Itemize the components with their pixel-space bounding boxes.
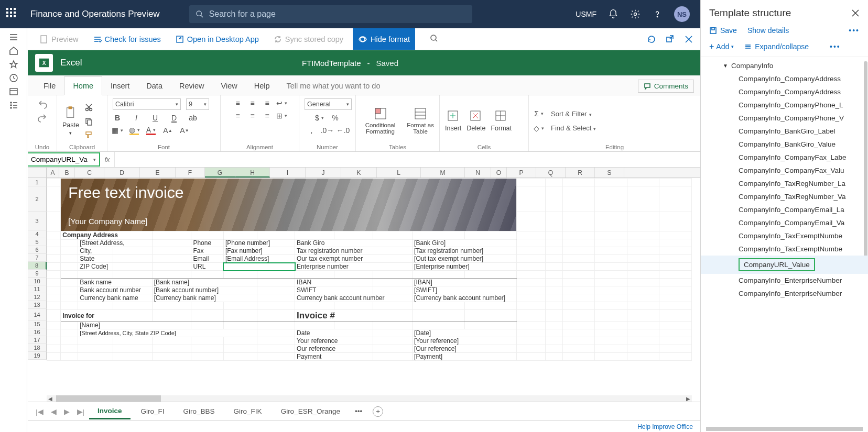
row-header-7[interactable]: 7 (28, 254, 47, 262)
excel-file-name[interactable]: FTIModTemplate (302, 59, 361, 68)
align-right-icon[interactable]: ≡ (263, 111, 272, 120)
avatar[interactable]: NS (674, 6, 690, 22)
hide-format-button[interactable]: Hide format (353, 28, 415, 50)
col-header-O[interactable]: O (491, 168, 507, 178)
inc-decimal-icon[interactable]: .0→ (323, 126, 332, 135)
hamburger-icon[interactable] (9, 32, 18, 44)
fill-color-icon[interactable]: ◍ (129, 126, 139, 135)
comma-icon[interactable]: , (307, 126, 317, 135)
menu-home[interactable]: Home (64, 76, 102, 95)
row-header-8[interactable]: 8 (28, 262, 47, 270)
spreadsheet-grid[interactable]: ABCDEFGHIJKLMNOPQRS 12345678910111213141… (28, 168, 700, 402)
tree-item[interactable]: CompanyInfo_EnterpriseNumber (701, 287, 868, 300)
align-center-icon[interactable]: ≡ (248, 111, 257, 120)
open-desktop-button[interactable]: Open in Desktop App (170, 28, 264, 50)
paste-button[interactable]: Paste▾ (62, 106, 79, 136)
col-header-L[interactable]: L (377, 168, 421, 178)
cells-insert-button[interactable]: Insert (445, 109, 461, 132)
name-box[interactable]: CompanyURL_Va▾ (28, 152, 100, 167)
sheet-nav-prev[interactable]: ◀ (48, 407, 59, 416)
formula-input[interactable] (115, 152, 700, 167)
col-header-K[interactable]: K (341, 168, 377, 178)
col-header-F[interactable]: F (176, 168, 205, 178)
bold-icon[interactable]: B (113, 113, 122, 123)
cells-format-button[interactable]: Format (491, 109, 512, 132)
menu-view[interactable]: View (213, 77, 246, 95)
strike-icon[interactable]: ab (188, 113, 198, 123)
conditional-formatting-button[interactable]: Conditional Formatting (361, 107, 399, 135)
tree-item[interactable]: CompanyInfo_CompanyAddress (701, 72, 868, 85)
align-left-icon[interactable]: ≡ (233, 111, 243, 120)
col-header-I[interactable]: I (270, 168, 306, 178)
currency-icon[interactable]: $ (315, 113, 324, 123)
row-header-1[interactable]: 1 (28, 178, 47, 186)
sheet-tabs-more[interactable]: ••• (355, 407, 362, 415)
font-shrink-icon[interactable]: A▼ (180, 126, 189, 135)
more-icon[interactable]: ••• (849, 26, 860, 35)
gear-icon[interactable] (630, 9, 641, 19)
tree-item[interactable]: CompanyInfo_CompanyPhone_V (701, 112, 868, 125)
row-header-2[interactable]: 2 (28, 186, 47, 212)
undo-icon[interactable] (37, 98, 48, 109)
bell-icon[interactable] (608, 9, 619, 19)
double-underline-icon[interactable]: D (169, 113, 179, 123)
search-box[interactable]: Search for a page (189, 5, 472, 23)
autosum-icon[interactable]: Σ (534, 109, 544, 118)
workspace-icon[interactable] (9, 87, 18, 98)
sheet-tab-giro_bbs[interactable]: Giro_BBS (175, 404, 223, 418)
url-cell[interactable] (223, 263, 295, 271)
tree-item[interactable]: CompanyInfo_TaxRegNumber_Va (701, 190, 868, 203)
save-button[interactable]: Save (709, 26, 737, 35)
col-header-N[interactable]: N (465, 168, 491, 178)
font-name-select[interactable]: Calibri▾ (113, 98, 181, 110)
col-header-D[interactable]: D (104, 168, 140, 178)
fx-icon[interactable]: fx (100, 152, 115, 167)
close-icon[interactable] (685, 35, 693, 43)
tell-me-input[interactable]: Tell me what you want to do (278, 77, 389, 95)
menu-data[interactable]: Data (138, 77, 171, 95)
tree-root[interactable]: ▼CompanyInfo (701, 59, 868, 72)
font-grow-icon[interactable]: A▲ (163, 126, 172, 135)
sheet-nav-last[interactable]: ▶| (74, 407, 88, 416)
tree-item[interactable]: CompanyInfo_BankGiro_Value (701, 138, 868, 151)
list-icon[interactable] (9, 101, 18, 112)
row-header-16[interactable]: 16 (28, 328, 47, 336)
format-painter-icon[interactable] (84, 130, 93, 139)
recent-icon[interactable] (9, 73, 18, 85)
add-button[interactable]: +Add▾ (709, 42, 734, 51)
refresh-icon[interactable] (647, 35, 656, 44)
menu-help[interactable]: Help (246, 77, 278, 95)
row-header-13[interactable]: 13 (28, 301, 47, 309)
tree-item[interactable]: CompanyInfo_TaxRegNumber_La (701, 177, 868, 190)
tree-item[interactable]: CompanyInfo_CompanyFax_Labe (701, 151, 868, 164)
format-as-table-button[interactable]: Format as Table (407, 107, 434, 135)
sheet-nav-first[interactable]: |◀ (33, 407, 46, 416)
tree-item[interactable]: CompanyInfo_CompanyEmail_La (701, 203, 868, 216)
col-header-P[interactable]: P (507, 168, 536, 178)
row-header-6[interactable]: 6 (28, 246, 47, 254)
tree-item[interactable]: CompanyInfo_TaxExemptNumbe (701, 229, 868, 242)
row-header-14[interactable]: 14 (28, 309, 47, 320)
sheet-tab-giro_fik[interactable]: Giro_FIK (225, 404, 270, 418)
waffle-icon[interactable] (6, 8, 19, 20)
wrap-text-icon[interactable]: ↩ (277, 98, 287, 108)
tree-item[interactable]: CompanyURL_Value (701, 256, 868, 274)
align-bottom-icon[interactable]: ≡ (263, 98, 272, 108)
menu-insert[interactable]: Insert (102, 77, 138, 95)
tree-item[interactable]: CompanyInfo_CompanyAddress (701, 85, 868, 98)
help-improve-link[interactable]: Help Improve Office (637, 423, 693, 430)
row-header-18[interactable]: 18 (28, 344, 47, 352)
sheet-tab-invoice[interactable]: Invoice (89, 404, 131, 419)
menu-review[interactable]: Review (171, 77, 213, 95)
entity-label[interactable]: USMF (576, 10, 596, 18)
row-header-19[interactable]: 19 (28, 352, 47, 360)
tree-scrollbar[interactable] (863, 57, 868, 427)
font-size-select[interactable]: 9▾ (186, 98, 209, 110)
toolbar-search-icon[interactable] (419, 34, 449, 44)
tree-item[interactable]: CompanyInfo_CompanyPhone_L (701, 98, 868, 112)
number-format-select[interactable]: General▾ (305, 98, 352, 110)
row-header-5[interactable]: 5 (28, 238, 47, 246)
copy-icon[interactable] (84, 117, 93, 125)
col-header-C[interactable]: C (75, 168, 104, 178)
col-header-Q[interactable]: Q (536, 168, 566, 178)
